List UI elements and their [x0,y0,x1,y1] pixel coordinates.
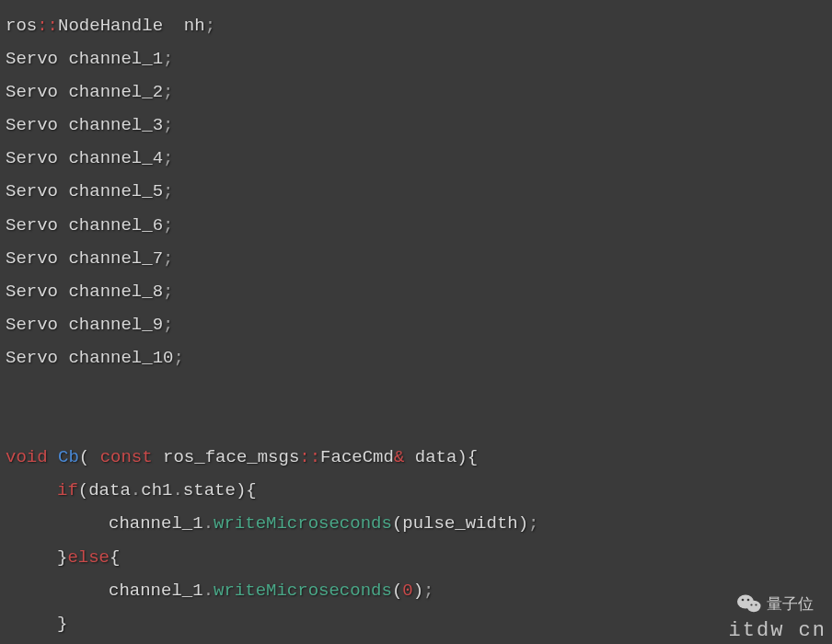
code-line: if(data.ch1.state){ [6,474,826,507]
token-dot: . [203,513,214,534]
token-semicolon: ; [205,16,215,36]
watermark: 量子位 [736,592,814,615]
token-arg: pulse_width [402,513,517,534]
token-keyword: else [67,547,110,568]
token-paren: ) [456,447,467,467]
token-var: data [88,480,131,500]
token-semicolon: ; [163,115,173,135]
code-line: Servo channel_2; [6,75,826,109]
token-type: Servo [6,148,58,168]
token-var: channel_4 [68,148,163,168]
token-type-var: NodeHandle nh [58,16,205,36]
token-var: channel_6 [68,215,163,236]
token-semicolon: ; [163,282,173,302]
code-line: Servo channel_5; [6,175,826,208]
code-line: Servo channel_10; [6,341,826,374]
token-var: channel_1 [109,581,203,601]
code-line: channel_1.writeMicroseconds(0); [6,574,826,607]
token-semicolon: ; [163,148,173,168]
token-keyword: const [100,447,153,467]
code-line: Servo channel_1; [6,42,826,75]
token-type: Servo [6,315,58,335]
token-type: Servo [6,282,58,302]
token-brace: { [110,547,120,568]
svg-point-5 [755,604,757,605]
token-scope: :: [37,16,58,36]
token-semicolon: ; [528,513,538,534]
token-type: Servo [6,181,58,201]
token-var: channel_5 [68,181,163,201]
token-semicolon: ; [163,181,173,201]
code-blank-line [6,374,826,408]
token-var: channel_10 [68,348,173,368]
token-brace: } [57,614,67,634]
code-line: Servo channel_8; [6,275,826,308]
token-var: channel_2 [68,82,163,102]
token-paren: ) [413,581,423,601]
svg-point-1 [747,601,761,612]
code-block: ros::NodeHandle nh; Servo channel_1; Ser… [6,9,826,640]
code-line: Servo channel_3; [6,109,826,142]
token-type: Servo [6,348,58,368]
watermark-sub: itdw cn [729,619,826,642]
token-param: data [415,447,457,467]
token-number: 0 [402,581,412,601]
token-brace: } [57,547,67,568]
token-semicolon: ; [173,348,183,368]
code-line: Servo channel_7; [6,242,826,275]
svg-point-3 [747,599,750,602]
code-line: } [6,607,826,640]
code-blank-line [6,408,826,441]
code-line: Servo channel_4; [6,142,826,175]
token-var: channel_3 [68,115,163,135]
svg-point-2 [742,599,745,602]
token-dot: . [172,480,182,500]
token-dot: . [203,581,214,601]
token-paren: ( [78,480,88,500]
token-type: Servo [6,248,58,269]
token-namespace: ros [6,16,37,36]
code-line: }else{ [6,541,826,574]
code-line: channel_1.writeMicroseconds(pulse_width)… [6,507,826,540]
token-member: ch1 [141,480,172,500]
token-semicolon: ; [163,315,173,335]
token-brace: { [468,447,478,467]
watermark-text: 量子位 [767,593,814,615]
token-type: FaceCmd [320,447,394,467]
token-namespace: ros_face_msgs [163,447,299,467]
token-var: channel_8 [68,282,163,302]
token-paren: ) [518,513,528,534]
token-semicolon: ; [163,82,173,102]
token-ref: & [394,447,404,467]
token-brace: { [246,480,256,500]
code-line: void Cb( const ros_face_msgs::FaceCmd& d… [6,441,826,474]
token-method: writeMicroseconds [214,513,392,534]
token-paren: ( [392,513,402,534]
code-line: Servo channel_6; [6,209,826,242]
wechat-icon [736,592,762,615]
token-type: Servo [6,215,58,236]
token-method: writeMicroseconds [214,581,392,601]
token-type: Servo [6,115,58,135]
token-function-name: Cb [58,447,79,467]
token-var: channel_1 [68,49,163,69]
code-line: Servo channel_9; [6,308,826,341]
code-line: ros::NodeHandle nh; [6,9,826,42]
token-semicolon: ; [163,215,173,236]
token-var: channel_9 [68,315,163,335]
token-dot: . [131,480,141,500]
token-type: Servo [6,49,58,69]
token-paren: ( [392,581,402,601]
token-type: Servo [6,82,58,102]
svg-point-4 [750,604,752,605]
token-paren: ( [79,447,89,467]
token-member: state [183,480,236,500]
token-semicolon: ; [423,581,433,601]
token-semicolon: ; [163,248,173,269]
token-var: channel_7 [68,248,163,269]
token-semicolon: ; [163,49,173,69]
token-var: channel_1 [109,513,203,534]
token-scope: :: [299,447,320,467]
token-keyword: void [6,447,48,467]
token-keyword: if [57,480,78,500]
